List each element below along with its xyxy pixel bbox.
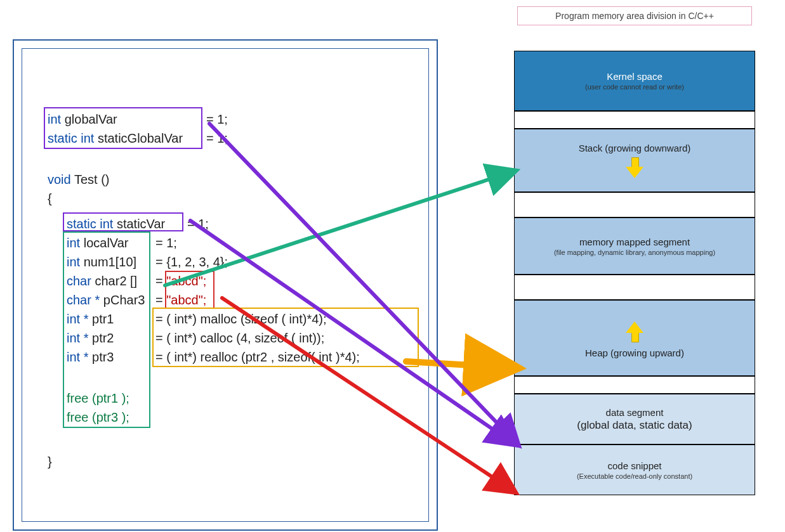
segment-heap: Heap (growing upward) <box>514 300 755 376</box>
segment-gap-4 <box>514 376 755 394</box>
code-panel: int globalVar = 1; static int staticGlob… <box>13 39 438 531</box>
box-global-decls <box>44 107 202 149</box>
code-panel-inner: int globalVar = 1; static int staticGlob… <box>22 48 429 522</box>
code-line-brace-close: } <box>48 455 52 469</box>
segment-gap-2 <box>514 192 755 217</box>
box-local-vars <box>63 231 150 428</box>
segment-data: data segment (global data, static data) <box>514 394 755 444</box>
memory-layout: Kernel space (user code cannot read or w… <box>514 51 755 495</box>
arrow-down-icon <box>626 157 643 179</box>
diagram-title: Program memory area division in C/C++ <box>517 6 752 25</box>
segment-gap-3 <box>514 275 755 300</box>
code-line-globalVar-init: = 1; <box>206 112 228 127</box>
code-line-brace-open: { <box>48 191 52 206</box>
segment-gap-1 <box>514 111 755 129</box>
code-line-fn-sig: void Test () <box>48 172 109 187</box>
box-staticVar <box>63 212 183 231</box>
box-string-literals <box>165 271 214 309</box>
code-line-staticGlobalVar-init: = 1; <box>206 131 228 146</box>
segment-stack: Stack (growing downward) <box>514 129 755 192</box>
arrow-up-icon <box>626 321 643 342</box>
segment-code: code snippet (Executable code/read-only … <box>514 444 755 495</box>
segment-kernel: Kernel space (user code cannot read or w… <box>514 51 755 111</box>
segment-mmap: memory mapped segment (file mapping, dyn… <box>514 217 755 275</box>
box-heap-allocs <box>152 308 419 367</box>
